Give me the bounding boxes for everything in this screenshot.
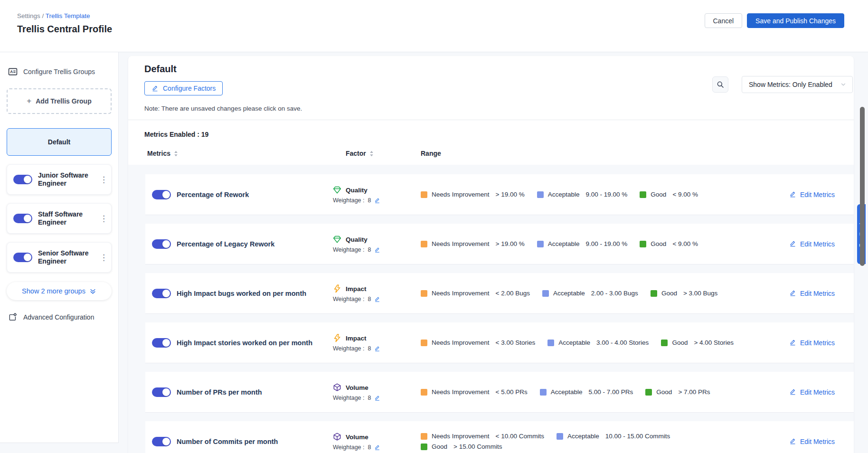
metric-name: Number of PRs per month [177,388,262,396]
factor-cell: Quality Weightage : 8 [332,185,421,204]
edit-weightage-icon[interactable] [374,296,380,302]
edit-metrics-label: Edit Metrics [800,290,835,297]
range-label: Good [672,339,688,346]
selected-group-title: Default [144,60,838,75]
main-area: Default Configure Factors Note: There ar… [119,52,868,453]
edit-cell: Edit Metrics [770,290,854,297]
range-label: Good [651,240,666,247]
range-value: < 10.00 Commits [496,433,544,440]
range-item: Good > 3.00 Bugs [651,290,717,297]
trellis-groups-header: A Configure Trellis Groups [7,66,112,77]
group-toggle[interactable] [13,214,32,223]
range-label: Good [661,290,677,297]
metric-row: High Impact stories worked on per month … [145,322,854,363]
range-list: Needs Improvement > 19.00 % Acceptable 9… [421,240,770,247]
column-header-factor[interactable]: Factor [332,150,421,157]
plus-icon: + [27,96,31,106]
edit-metrics-label: Edit Metrics [800,240,835,248]
metric-toggle[interactable] [152,239,171,249]
weightage-line: Weightage : 8 [332,197,421,204]
edit-metrics-link[interactable]: Edit Metrics [789,290,835,297]
metric-toggle[interactable] [152,338,171,348]
edit-weightage-icon[interactable] [374,395,380,401]
edit-cell: Edit Metrics [770,240,854,248]
weightage-value: 8 [368,444,371,451]
weightage-line: Weightage : 8 [332,246,421,253]
kebab-menu-icon[interactable]: ⋮ [100,175,107,185]
show-metrics-dropdown[interactable]: Show Metrics: Only Enabled [742,76,853,93]
breadcrumb-settings[interactable]: Settings [17,12,40,19]
edit-metrics-link[interactable]: Edit Metrics [789,388,835,396]
metrics-enabled-count: 19 [201,131,209,138]
configure-factors-label: Configure Factors [163,85,216,92]
save-publish-button[interactable]: Save and Publish Changes [747,13,844,28]
range-item: Needs Improvement > 19.00 % [421,240,525,247]
range-item: Needs Improvement < 5.00 PRs [421,388,528,396]
weightage-label: Weightage : [333,444,364,451]
range-color-swatch [557,433,563,440]
factor-name: Quality [346,236,368,243]
quality-icon [332,185,342,195]
search-icon [717,81,724,88]
edit-weightage-icon[interactable] [374,444,380,451]
edit-weightage-icon[interactable] [374,247,380,253]
range-label: Good [432,443,447,450]
breadcrumb-separator: / [40,12,46,19]
scrollbar-thumb[interactable] [860,107,865,266]
range-item: Acceptable 9.00 - 19.00 % [537,240,628,247]
pencil-icon [789,339,796,346]
sidebar-item-junior-software-engineer[interactable]: Junior Software Engineer ⋮ [7,164,112,195]
metric-row: Number of Commits per month Volume Weigh… [145,421,854,453]
sidebar-item-staff-software-engineer[interactable]: Staff Software Engineer ⋮ [7,203,112,234]
search-button[interactable] [712,76,728,93]
range-color-swatch [421,444,427,450]
metrics-enabled-label: Metrics Enabled : [144,131,199,138]
card-top: Default Configure Factors Note: There ar… [128,56,854,120]
group-toggle[interactable] [13,175,32,184]
range-list: Needs Improvement < 5.00 PRs Acceptable … [421,388,770,396]
group-toggle[interactable] [13,253,32,262]
sidebar-item-default[interactable]: Default [7,128,112,156]
factor-name: Impact [346,335,367,342]
add-trellis-group-button[interactable]: + Add Trellis Group [7,88,112,114]
show-metrics-value: Show Metrics: Only Enabled [749,81,832,88]
weightage-line: Weightage : 8 [332,345,421,352]
double-chevron-down-icon [89,288,96,295]
kebab-menu-icon[interactable]: ⋮ [100,253,107,263]
edit-weightage-icon[interactable] [374,198,380,204]
edit-metrics-link[interactable]: Edit Metrics [789,339,835,347]
sidebar-item-senior-software-engineer[interactable]: Senior Software Engineer ⋮ [7,242,112,273]
range-value: > 15.00 Commits [453,443,502,450]
pencil-icon [789,438,796,445]
edit-metrics-link[interactable]: Edit Metrics [789,438,835,445]
add-trellis-group-label: Add Trellis Group [36,97,91,105]
edit-weightage-icon[interactable] [374,346,380,352]
range-item: Good > 4.00 Stories [661,339,734,346]
metric-toggle[interactable] [152,190,171,199]
range-value: < 9.00 % [672,240,698,247]
cancel-button[interactable]: Cancel [705,13,743,28]
edit-metrics-link[interactable]: Edit Metrics [789,240,835,248]
metric-row: Percentage of Legacy Rework Quality Weig… [145,224,854,264]
advanced-configuration-button[interactable]: Advanced Configuration [7,312,112,322]
configure-factors-button[interactable]: Configure Factors [144,81,223,95]
impact-icon [332,284,342,293]
kebab-menu-icon[interactable]: ⋮ [100,214,107,224]
metric-name: Percentage of Legacy Rework [177,240,274,248]
metrics-table-body: Percentage of Rework Quality Weightage :… [128,165,854,453]
breadcrumb-trellis-template[interactable]: Trellis Template [46,12,90,19]
metric-toggle[interactable] [152,387,171,397]
metric-toggle[interactable] [152,437,171,446]
table-controls: Show Metrics: Only Enabled [712,76,853,93]
edit-metrics-label: Edit Metrics [800,191,835,198]
show-more-groups-button[interactable]: Show 2 more groups [7,282,112,300]
metric-toggle[interactable] [152,289,171,298]
range-list: Needs Improvement < 10.00 Commits Accept… [421,433,770,450]
column-header-metrics[interactable]: Metrics [147,150,332,157]
range-color-swatch [421,241,427,247]
range-item: Good < 9.00 % [640,240,698,247]
edit-metrics-link[interactable]: Edit Metrics [789,191,835,198]
factor-cell: Impact Weightage : 8 [332,284,421,302]
metric-row: Number of PRs per month Volume Weightage… [145,372,854,413]
group-name: Staff Software Engineer [38,210,94,226]
